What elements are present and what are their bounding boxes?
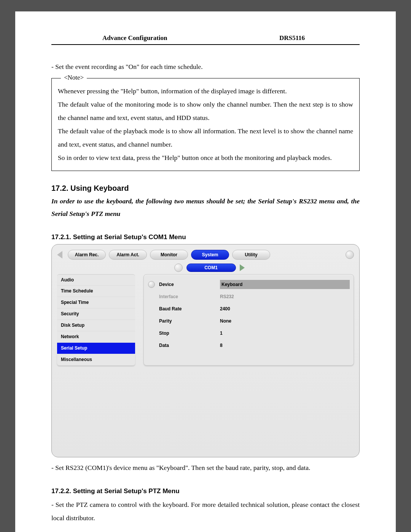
row-data: Data 8 [144, 339, 354, 351]
tab-label: Alarm Rec. [75, 252, 99, 257]
sidebar-item-label: Network [61, 334, 79, 339]
note-p3: The default value of the playback mode i… [58, 125, 353, 151]
tab-label: System [202, 252, 218, 257]
header-right: DRS5116 [279, 34, 305, 42]
sidebar-item-disk-setup[interactable]: Disk Setup [57, 320, 135, 331]
section-17-2-2-title: 17.2.2. Setting at Serial Setup's PTZ Me… [51, 487, 360, 495]
section-17-2-1-title: 17.2.1. Setting at Serial Setup's COM1 M… [51, 233, 360, 241]
header-left: Advance Configuration [102, 34, 167, 42]
row-stop: Stop 1 [144, 327, 354, 339]
section-17-2-title: 17.2. Using Keyboard [51, 184, 360, 193]
note-p2: The default value of the monitoring mode… [58, 98, 353, 125]
note-p4: So in order to view text data, press the… [58, 151, 353, 165]
tab-label: Monitor [161, 252, 177, 257]
tab-alarm-rec[interactable]: Alarm Rec. [68, 250, 106, 260]
row-value: RS232 [220, 294, 354, 299]
section-17-2-2-after: - Set the PTZ camera to control with the… [51, 498, 360, 525]
row-key: Interface [159, 294, 220, 299]
note-label: <Note> [61, 74, 87, 81]
note-p1: Whenever pressing the "Help" button, inf… [58, 85, 353, 98]
tab-alarm-act[interactable]: Alarm Act. [109, 250, 147, 260]
row-value[interactable]: 8 [220, 343, 354, 348]
row-device: Device Keyboard [144, 278, 354, 291]
row-value-selected[interactable]: Keyboard [220, 280, 350, 289]
row-baud-rate: Baud Rate 2400 [144, 303, 354, 315]
sub-nav-left[interactable] [174, 264, 183, 272]
note-box: <Note> Whenever pressing the "Help" butt… [51, 78, 360, 171]
header-rule [51, 44, 360, 45]
row-value[interactable]: 2400 [220, 306, 354, 312]
sidebar-item-label: Serial Setup [61, 345, 87, 351]
sidebar-item-miscellaneous[interactable]: Miscellaneous [57, 354, 135, 366]
tab-system[interactable]: System [191, 250, 229, 260]
row-key: Stop [159, 331, 220, 336]
row-key: Baud Rate [159, 306, 220, 312]
sidebar-item-label: Audio [61, 277, 74, 283]
sidebar-item-special-time[interactable]: Special Time [57, 297, 135, 308]
sub-tab-label: COM1 [204, 265, 218, 270]
row-key: Parity [159, 318, 220, 324]
side-menu: Audio Time Schedule Special Time Securit… [57, 274, 135, 366]
ui-columns: Audio Time Schedule Special Time Securit… [57, 274, 354, 366]
sub-nav-right-icon[interactable] [240, 264, 245, 271]
row-value[interactable]: 1 [220, 331, 354, 336]
sidebar-item-serial-setup[interactable]: Serial Setup [57, 343, 135, 354]
row-key: Data [159, 343, 220, 348]
sidebar-item-label: Disk Setup [61, 323, 84, 328]
sub-tab-row: COM1 [133, 264, 285, 272]
sidebar-item-network[interactable]: Network [57, 331, 135, 343]
bullet-event-recording: - Set the event recording as "On" for ea… [51, 60, 360, 73]
settings-panel: Device Keyboard Interface RS232 Baud Rat… [143, 274, 354, 366]
row-interface: Interface RS232 [144, 291, 354, 303]
section-17-2-intro: In order to use the keyboard, the follow… [51, 195, 360, 220]
sidebar-item-label: Special Time [61, 300, 89, 305]
row-key: Device [159, 282, 220, 287]
sidebar-item-label: Time Schedule [61, 288, 93, 294]
tab-utility[interactable]: Utility [232, 250, 270, 260]
row-value[interactable]: None [220, 318, 354, 324]
corner-button[interactable] [346, 251, 354, 259]
tab-label: Alarm Act. [116, 252, 139, 257]
sidebar-item-security[interactable]: Security [57, 308, 135, 320]
sidebar-item-audio[interactable]: Audio [57, 274, 135, 286]
row-button-icon[interactable] [148, 281, 155, 288]
serial-setup-ui: Alarm Rec. Alarm Act. Monitor System Uti… [51, 244, 360, 457]
tab-monitor[interactable]: Monitor [150, 250, 188, 260]
document-page: Advance Configuration DRS5116 - Set the … [15, 11, 396, 532]
sidebar-item-time-schedule[interactable]: Time Schedule [57, 286, 135, 297]
sidebar-item-label: Security [61, 311, 79, 316]
tab-label: Utility [245, 252, 257, 257]
sidebar-item-label: Miscellaneous [61, 357, 92, 362]
section-17-2-1-after: - Set RS232 (COM1)'s device menu as "Key… [51, 461, 360, 474]
row-parity: Parity None [144, 315, 354, 327]
nav-left-icon[interactable] [57, 251, 62, 259]
row-value-label: Keyboard [221, 282, 242, 287]
page-header: Advance Configuration DRS5116 [51, 34, 360, 42]
sub-tab-com1[interactable]: COM1 [186, 264, 236, 272]
top-tab-bar: Alarm Rec. Alarm Act. Monitor System Uti… [57, 250, 354, 260]
